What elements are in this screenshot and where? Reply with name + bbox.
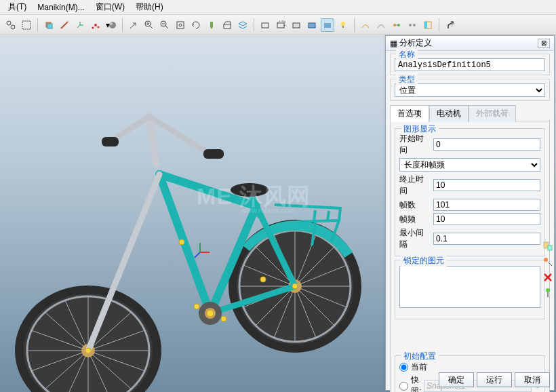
add-body-icon[interactable] xyxy=(542,241,553,252)
enable-icon[interactable] xyxy=(542,288,553,298)
analysis-definition-panel: ▦ 分析定义 ⊠ 名称 类型 位置 首选项 电动机 外部载荷 图形显示 开始时间 xyxy=(385,35,555,391)
locked-elements-list[interactable] xyxy=(399,266,540,308)
joint1-icon[interactable] xyxy=(390,18,403,32)
svg-rect-18 xyxy=(177,22,184,28)
bulb-icon[interactable] xyxy=(336,18,350,32)
end-time-label: 终止时间 xyxy=(399,174,431,197)
stroke2-icon[interactable] xyxy=(374,18,388,32)
panel-close-button[interactable]: ⊠ xyxy=(538,39,550,48)
end-time-input[interactable] xyxy=(433,179,540,191)
menu-help[interactable]: 帮助(H) xyxy=(130,0,169,14)
svg-point-109 xyxy=(546,288,550,292)
svg-line-5 xyxy=(61,22,68,28)
svg-rect-20 xyxy=(210,22,213,27)
menu-bar: 具(T) Manikin(M)... 窗口(W) 帮助(H) xyxy=(0,0,556,15)
panel-title-text: 分析定义 xyxy=(399,37,432,49)
panel-icon: ▦ xyxy=(390,39,397,48)
start-time-input[interactable] xyxy=(433,138,540,151)
marker-icon[interactable] xyxy=(205,18,218,32)
add-point-icon[interactable] xyxy=(542,256,553,267)
svg-rect-91 xyxy=(102,137,119,146)
min-interval-label: 最小间隔 xyxy=(399,227,431,250)
cancel-button[interactable]: 取消 xyxy=(515,372,550,387)
zoomin-icon[interactable] xyxy=(142,18,156,32)
radio-current[interactable] xyxy=(399,363,408,372)
svg-rect-25 xyxy=(309,23,315,28)
run-button[interactable]: 运行 xyxy=(477,372,512,387)
shadededge-icon[interactable] xyxy=(321,18,334,32)
bicycle-model xyxy=(7,76,386,392)
tab-preferences[interactable]: 首选项 xyxy=(390,105,429,122)
fit-icon[interactable] xyxy=(174,18,187,32)
menu-tools[interactable]: 具(T) xyxy=(3,0,32,14)
radio-snapshot-label: 快照: xyxy=(411,374,421,392)
find-icon[interactable] xyxy=(4,18,18,32)
svg-point-10 xyxy=(110,22,113,25)
ok-button[interactable]: 确定 xyxy=(439,372,474,387)
svg-line-77 xyxy=(159,174,210,313)
wireframe-icon[interactable] xyxy=(258,18,272,32)
zoomout-icon[interactable] xyxy=(158,18,172,32)
point-icon[interactable] xyxy=(89,18,102,32)
stroke1-icon[interactable] xyxy=(359,18,372,32)
sphere-icon[interactable]: ▾ xyxy=(104,18,118,32)
analysis-type-select[interactable]: 位置 xyxy=(395,83,545,97)
locked-elements-label: 锁定的图元 xyxy=(401,255,447,267)
type-group-label: 类型 xyxy=(396,74,418,85)
svg-rect-23 xyxy=(277,23,284,28)
toolopt-icon[interactable] xyxy=(421,18,435,32)
axis-icon[interactable] xyxy=(58,18,71,32)
joint2-icon[interactable] xyxy=(405,18,419,32)
svg-point-93 xyxy=(231,183,269,197)
svg-rect-35 xyxy=(424,22,427,28)
length-fps-select[interactable]: 长度和帧频 xyxy=(399,158,540,172)
svg-line-16 xyxy=(165,26,168,28)
svg-rect-92 xyxy=(203,149,224,159)
locked-elements-toolbar xyxy=(540,241,555,298)
svg-point-101 xyxy=(85,348,91,353)
svg-line-87 xyxy=(149,117,156,164)
csys-icon[interactable] xyxy=(73,18,87,32)
arrow-icon[interactable] xyxy=(127,18,140,32)
svg-point-9 xyxy=(109,22,116,28)
name-group-label: 名称 xyxy=(396,49,418,60)
frames-input[interactable] xyxy=(433,199,540,211)
svg-point-33 xyxy=(413,24,416,26)
svg-line-84 xyxy=(327,211,329,221)
tab-bar: 首选项 电动机 外部载荷 xyxy=(390,104,550,121)
svg-rect-22 xyxy=(262,23,269,28)
svg-rect-21 xyxy=(224,24,231,28)
svg-rect-2 xyxy=(22,21,31,29)
orient-icon[interactable] xyxy=(220,18,234,32)
hidden-icon[interactable] xyxy=(274,18,287,32)
svg-point-27 xyxy=(341,22,345,26)
rotate-icon[interactable] xyxy=(189,18,203,32)
fps-label: 帧频 xyxy=(399,214,431,225)
remove-icon[interactable] xyxy=(542,272,553,283)
shaded-icon[interactable] xyxy=(305,18,319,32)
nohidden-icon[interactable] xyxy=(290,18,303,32)
svg-line-90 xyxy=(149,117,210,154)
fps-input[interactable] xyxy=(433,213,540,225)
menu-window[interactable]: 窗口(W) xyxy=(90,0,130,14)
svg-point-102 xyxy=(292,283,298,289)
svg-text:?: ? xyxy=(450,20,454,28)
svg-point-97 xyxy=(194,304,199,309)
radio-snapshot[interactable] xyxy=(399,382,408,391)
select-icon[interactable] xyxy=(20,18,33,32)
min-interval-input[interactable] xyxy=(433,233,540,245)
layers-icon[interactable] xyxy=(236,18,250,32)
svg-rect-24 xyxy=(293,23,300,28)
menu-manikin[interactable]: Manikin(M)... xyxy=(32,1,90,14)
tab-motor[interactable]: 电动机 xyxy=(429,105,469,122)
svg-rect-4 xyxy=(47,24,52,28)
planes-icon[interactable] xyxy=(42,18,56,32)
start-time-label: 开始时间 xyxy=(399,133,431,156)
svg-point-7 xyxy=(92,26,94,28)
svg-point-100 xyxy=(260,277,266,282)
radio-current-label: 当前 xyxy=(411,361,427,373)
help-icon[interactable]: ? xyxy=(443,18,457,32)
svg-point-96 xyxy=(207,310,214,317)
toolbar: ▾ ? xyxy=(0,15,556,35)
svg-line-105 xyxy=(195,252,200,258)
